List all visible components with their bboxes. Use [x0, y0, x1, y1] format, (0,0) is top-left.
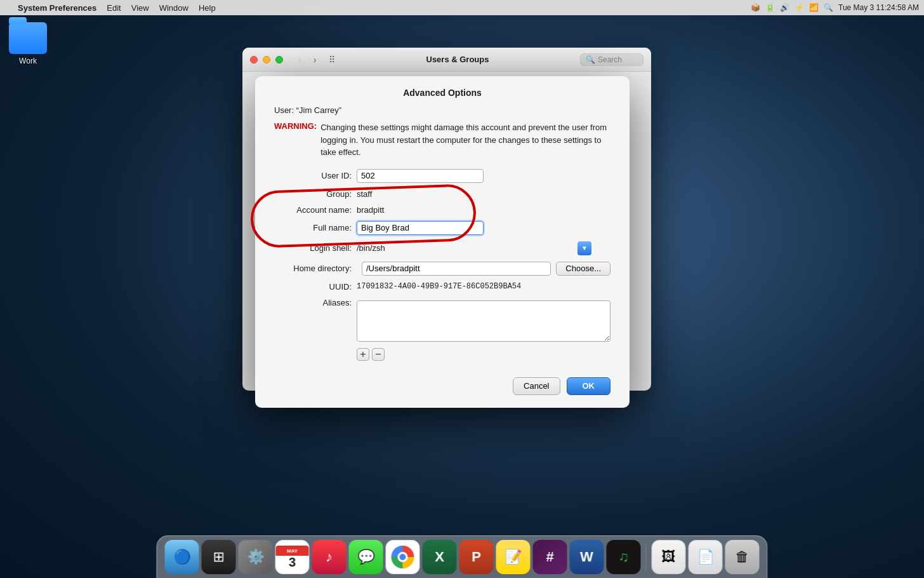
- ok-button[interactable]: OK: [567, 377, 611, 395]
- window-title: Users & Groups: [340, 55, 575, 64]
- full-name-input[interactable]: [357, 221, 484, 235]
- grid-icon[interactable]: ⠿: [329, 55, 335, 65]
- warning-section: WARNING: Changing these settings might d…: [274, 121, 610, 159]
- dock-item-launchpad[interactable]: ⊞: [202, 540, 236, 574]
- group-label: Group:: [274, 189, 357, 199]
- close-button[interactable]: [250, 56, 258, 64]
- account-name-row: Account name: bradpitt: [274, 205, 610, 215]
- menu-help[interactable]: Help: [199, 3, 216, 13]
- app-name[interactable]: System Preferences: [18, 3, 96, 13]
- user-id-label: User ID:: [274, 171, 357, 180]
- dock-item-music[interactable]: ♪: [312, 540, 346, 574]
- group-value: staff: [357, 189, 372, 199]
- user-label: User: “Jim Carrey”: [274, 105, 610, 115]
- user-id-input[interactable]: [357, 169, 484, 183]
- full-name-row: Full name:: [274, 221, 610, 235]
- menubar: System Preferences Edit View Window Help…: [0, 0, 924, 15]
- aliases-input[interactable]: [357, 300, 610, 342]
- account-name-value: bradpitt: [357, 205, 384, 215]
- remove-alias-button[interactable]: −: [372, 348, 385, 361]
- search-icon[interactable]: 🔍: [824, 3, 833, 12]
- add-alias-button[interactable]: +: [357, 348, 369, 361]
- dock-item-spotify[interactable]: ♫: [607, 540, 641, 574]
- uuid-row: UUID: 17091832-4A00-49B9-917E-86C052B9BA…: [274, 282, 610, 292]
- dropbox-icon: 📦: [751, 3, 760, 12]
- home-dir-label: Home directory:: [274, 264, 357, 273]
- dock-item-word[interactable]: W: [570, 540, 604, 574]
- dock: 🔵 ⊞ ⚙️ MAY 3 ♪ 💬 X: [157, 535, 768, 578]
- menu-view[interactable]: View: [131, 3, 149, 13]
- warning-text: Changing these settings might damage thi…: [320, 121, 610, 159]
- dock-divider: [646, 543, 647, 571]
- dock-item-calendar[interactable]: MAY 3: [275, 540, 310, 574]
- forward-button[interactable]: ›: [308, 53, 321, 66]
- search-field[interactable]: 🔍 Search: [580, 53, 644, 66]
- uuid-label: UUID:: [274, 282, 357, 292]
- clock: Tue May 3 11:24:58 AM: [838, 3, 919, 12]
- minimize-button[interactable]: [263, 56, 270, 64]
- folder-icon: [9, 22, 47, 54]
- dock-item-powerpoint[interactable]: P: [459, 540, 494, 574]
- search-placeholder: Search: [598, 55, 622, 64]
- cancel-button[interactable]: Cancel: [513, 377, 560, 395]
- account-name-label: Account name:: [274, 205, 357, 215]
- dialog-title: Advanced Options: [255, 76, 630, 105]
- home-dir-input[interactable]: [362, 262, 551, 276]
- aliases-row: Aliases: + −: [274, 298, 610, 361]
- user-id-row: User ID:: [274, 169, 610, 183]
- back-button[interactable]: ‹: [293, 53, 306, 66]
- work-folder[interactable]: Work: [9, 22, 47, 65]
- search-icon: 🔍: [586, 55, 595, 64]
- menu-window[interactable]: Window: [159, 3, 188, 13]
- dock-item-system-preferences[interactable]: ⚙️: [239, 540, 273, 574]
- dock-item-preview2[interactable]: 📄: [689, 540, 723, 574]
- group-row: Group: staff: [274, 189, 610, 199]
- home-dir-row: Home directory: Choose...: [274, 262, 610, 276]
- maximize-button[interactable]: [275, 56, 283, 64]
- wifi-icon: 📶: [809, 3, 819, 12]
- dialog-buttons: Cancel OK: [255, 367, 630, 395]
- dock-item-notes[interactable]: 📝: [496, 540, 531, 574]
- menu-edit[interactable]: Edit: [107, 3, 121, 13]
- dock-item-finder[interactable]: 🔵: [165, 540, 199, 574]
- login-shell-label: Login shell:: [274, 243, 357, 253]
- dock-item-preview[interactable]: 🖼: [652, 540, 686, 574]
- battery-icon: 🔋: [765, 3, 775, 12]
- dock-item-messages[interactable]: 💬: [349, 540, 383, 574]
- aliases-label: Aliases:: [274, 298, 357, 307]
- dock-item-chrome[interactable]: [386, 540, 420, 574]
- login-shell-row: Login shell: /bin/zsh ▼: [274, 241, 610, 255]
- login-shell-dropdown[interactable]: ▼: [578, 241, 591, 255]
- dock-item-trash[interactable]: 🗑: [725, 540, 760, 574]
- warning-label: WARNING:: [274, 121, 317, 159]
- dialog-content: User: “Jim Carrey” WARNING: Changing the…: [255, 105, 630, 361]
- advanced-options-dialog: Advanced Options User: “Jim Carrey” WARN…: [255, 76, 630, 408]
- dock-item-slack[interactable]: #: [533, 540, 567, 574]
- choose-button[interactable]: Choose...: [556, 262, 610, 276]
- bluetooth-icon: ⚡: [795, 3, 804, 12]
- window-titlebar: ‹ › ⠿ Users & Groups 🔍 Search: [242, 48, 651, 72]
- uuid-value: 17091832-4A00-49B9-917E-86C052B9BA54: [357, 282, 521, 291]
- full-name-label: Full name:: [274, 223, 357, 232]
- desktop: System Preferences Edit View Window Help…: [0, 0, 924, 578]
- dock-item-excel[interactable]: X: [423, 540, 457, 574]
- volume-icon: 🔊: [780, 3, 789, 12]
- folder-label: Work: [19, 57, 37, 65]
- aliases-controls: + −: [357, 348, 610, 361]
- login-shell-value: /bin/zsh: [357, 243, 574, 253]
